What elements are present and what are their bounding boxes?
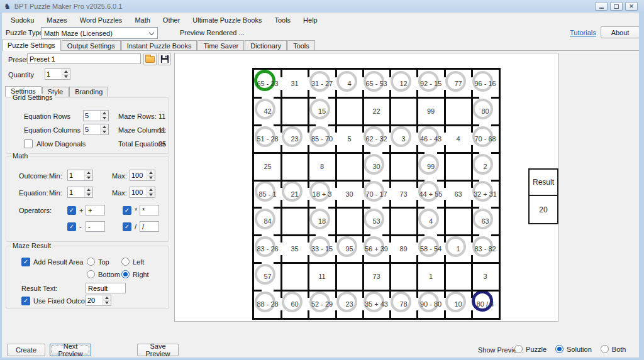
maximize-button[interactable] [610,2,623,11]
spin-down-button[interactable] [101,116,108,121]
open-preset-button[interactable] [143,53,157,65]
spin-up-button[interactable] [101,124,108,129]
use-fixed-outcome-checkbox[interactable]: ✓ [21,297,30,305]
spin-down-button[interactable] [147,175,155,181]
equation-min-input[interactable] [68,187,84,197]
save-preview-button[interactable]: Save Preview [137,344,179,356]
chevron-down-icon [149,30,154,35]
spin-down-button[interactable] [147,192,155,198]
operator-plus-checkbox[interactable]: ✓ [67,206,76,215]
equation-rows-stepper[interactable] [83,110,109,121]
tab-output-settings[interactable]: Output Settings [62,40,121,51]
maze-cell: 18 + 3 [308,180,336,207]
result-bottom-radio[interactable] [87,270,95,278]
maze-cell: 10 [445,290,472,318]
save-preset-button[interactable] [158,53,171,65]
operator-plus-input[interactable] [86,205,105,215]
maze-cell: 95 [336,235,363,263]
equation-rows-input[interactable] [84,111,100,121]
menu-item-sudoku[interactable]: Sudoku [4,14,40,26]
maze-cell: 70 - 17 [363,180,390,207]
result-bottom-label: Bottom [98,271,120,278]
tab-tools[interactable]: Tools [287,40,315,51]
quantity-input[interactable] [45,69,62,79]
quantity-stepper[interactable] [45,68,70,80]
puzzle-type-select[interactable]: Math Maze (Licensed) [41,27,158,39]
menu-item-math[interactable]: Math [128,14,156,26]
tab-dictionary[interactable]: Dictionary [245,40,287,51]
spin-down-button[interactable] [101,129,108,135]
arrow-up-icon [87,172,91,174]
radio-icon[interactable] [555,345,564,353]
arrow-up-icon [149,188,153,191]
spin-up-button[interactable] [101,111,108,116]
minimize-button[interactable] [595,2,608,11]
fixed-outcome-input[interactable] [86,295,103,305]
outcome-max-input[interactable] [130,170,147,180]
add-result-area-checkbox[interactable]: ✓ [21,258,30,266]
menu-item-help[interactable]: Help [297,14,324,26]
result-top-radio[interactable] [87,258,95,266]
equation-columns-stepper[interactable] [83,124,109,135]
maze-cell: 83 - 26 [254,235,281,263]
menu-item-tools[interactable]: Tools [268,14,297,26]
tab-time-saver[interactable]: Time Saver [197,40,244,51]
spin-down-button[interactable] [85,175,92,181]
tab-puzzle-settings[interactable]: Puzzle Settings [2,40,61,51]
outcome-min-input[interactable] [68,170,84,180]
show-preview-both-radio[interactable]: Both [601,345,626,353]
maze-cell: 4 [336,70,363,97]
about-button[interactable]: About [601,26,640,38]
result-right-label: Right [133,271,149,278]
operator-mult-checkbox[interactable]: ✓ [123,206,131,215]
radio-icon[interactable] [514,345,523,353]
show-preview-solution-radio[interactable]: Solution [555,345,592,353]
menu-item-ultimate-puzzle-books[interactable]: Ultimate Puzzle Books [186,14,268,26]
outcome-max-stepper[interactable] [130,170,155,181]
show-preview-puzzle-radio[interactable]: Puzzle [514,345,547,353]
spin-up-button[interactable] [85,187,92,192]
spin-up-button[interactable] [62,69,70,74]
result-left-radio[interactable] [121,258,130,266]
spin-up-button[interactable] [103,295,111,300]
tutorials-link[interactable]: Tutorials [570,29,596,36]
operator-div-input[interactable] [140,221,159,232]
spin-down-button[interactable] [103,300,111,306]
result-text-input[interactable] [86,283,126,293]
tab-instant-puzzle-books[interactable]: Instant Puzzle Books [121,40,197,51]
operator-div-checkbox[interactable]: ✓ [123,222,131,231]
result-right-radio[interactable] [121,270,130,278]
menu-item-word-puzzles[interactable]: Word Puzzles [74,14,129,26]
allow-diagonals-checkbox[interactable] [24,139,33,148]
arrow-down-icon [103,131,106,133]
preset-input[interactable] [27,53,141,64]
create-button[interactable]: Create [7,344,45,356]
operator-minus-input[interactable] [86,221,105,232]
maze-cell: 23 [281,125,308,153]
equation-min-stepper[interactable] [67,187,93,198]
next-preview-button[interactable]: Next Preview [50,344,91,356]
arrow-up-icon [103,126,106,128]
fixed-outcome-stepper[interactable] [86,295,111,306]
maze-cell: 4 [445,125,472,153]
operators-label: Operators: [19,207,52,214]
radio-icon[interactable] [601,345,609,353]
close-button[interactable]: ✕ [625,2,638,11]
spin-down-button[interactable] [62,74,70,80]
menu-item-other[interactable]: Other [157,14,187,26]
equation-columns-input[interactable] [84,124,100,134]
math-title: Math [11,152,30,160]
operator-minus-checkbox[interactable]: ✓ [67,222,76,231]
spin-up-button[interactable] [147,170,155,175]
spin-up-button[interactable] [85,170,92,175]
arrow-down-icon [103,117,106,119]
spin-up-button[interactable] [147,187,155,192]
menu-item-mazes[interactable]: Mazes [40,14,73,26]
spin-down-button[interactable] [85,192,92,198]
maze-rows-value: 11 [158,112,165,120]
subtab-branding[interactable]: Branding [69,87,108,97]
equation-max-stepper[interactable] [130,187,155,198]
operator-mult-input[interactable] [140,205,159,215]
equation-max-input[interactable] [130,187,147,197]
outcome-min-stepper[interactable] [67,170,93,181]
